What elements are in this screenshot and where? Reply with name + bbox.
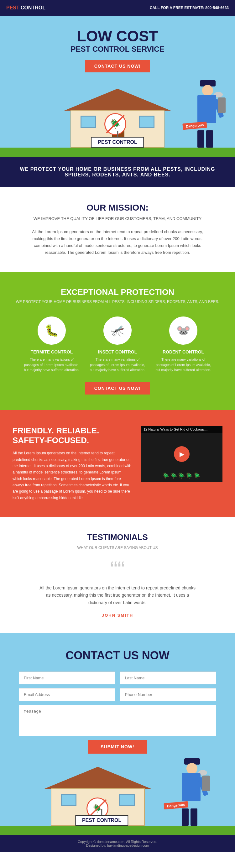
quote-mark: ““ bbox=[25, 561, 210, 578]
last-name-input[interactable] bbox=[120, 672, 216, 684]
contact-title: CONTACT US NOW bbox=[19, 649, 216, 662]
contact-grass bbox=[0, 826, 235, 835]
contact-window-left bbox=[61, 794, 77, 806]
contact-house-roof bbox=[45, 767, 151, 789]
video-play-button[interactable]: ▶ bbox=[174, 446, 189, 462]
play-icon: ▶ bbox=[180, 450, 184, 458]
hero-headline2: PEST CONTROL SERVICE bbox=[6, 45, 229, 54]
rodent-icon: 🐭 bbox=[176, 324, 190, 337]
contact-exterminator: ··· bbox=[175, 763, 207, 826]
house-window-right bbox=[139, 116, 154, 128]
insect-icon-circle: 🦟 bbox=[104, 316, 131, 345]
friendly-left: FRIENDLY. RELIABLE. SAFETY-FOCUSED. All … bbox=[12, 426, 131, 501]
house-roof bbox=[64, 89, 171, 111]
services-cta-button[interactable]: CONTACT US NOW! bbox=[85, 382, 150, 395]
contact-ext-body bbox=[182, 773, 201, 801]
dark-banner: WE PROTECT YOUR HOME OR BUSINESS FROM AL… bbox=[0, 157, 235, 187]
termite-desc: There are many variations of passages of… bbox=[24, 357, 80, 373]
contact-window-right bbox=[119, 794, 135, 806]
phone-input[interactable] bbox=[120, 688, 216, 701]
cta-label: CALL FOR A FREE ESTIMATE: bbox=[150, 6, 204, 10]
ext-leg-left bbox=[197, 130, 204, 148]
insect-title: INSECT CONTROL bbox=[89, 349, 146, 354]
contact-ext-head bbox=[186, 763, 197, 774]
logo-pest: PEST bbox=[6, 5, 20, 11]
insect-icon: 🦟 bbox=[111, 324, 125, 337]
mission-subtitle: WE IMPROVE THE QUALITY OF LIFE FOR OUR C… bbox=[25, 215, 210, 222]
insect-desc: There are many variations of passages of… bbox=[89, 357, 146, 373]
testimonial-quote: All the Lorem Ipsum generators on the In… bbox=[39, 584, 196, 607]
rodent-title: RODENT CONTROL bbox=[155, 349, 211, 354]
contact-ext-spray bbox=[202, 776, 210, 791]
contact-ext-leg1 bbox=[182, 808, 188, 826]
message-input[interactable] bbox=[19, 705, 216, 736]
contact-pest-sign: PEST CONTROL bbox=[75, 809, 128, 826]
header-phone: CALL FOR A FREE ESTIMATE: 800-548-6633 bbox=[150, 6, 229, 10]
service-rodent: 🐭 RODENT CONTROL There are many variatio… bbox=[155, 316, 211, 373]
contact-ext-leg2 bbox=[190, 808, 197, 826]
contact-sign-pole bbox=[101, 809, 102, 815]
video-thumbnail[interactable]: 12 Natural Ways to Get Rid of Cockroac..… bbox=[141, 426, 223, 482]
footer-designer: Designed by: buylandingpagedesign.com bbox=[5, 843, 230, 847]
services-section: EXCEPTIONAL PROTECTION WE PROTECT YOUR H… bbox=[0, 272, 235, 410]
banner-text: WE PROTECT YOUR HOME OR BUSINESS FROM AL… bbox=[20, 166, 215, 177]
services-title: EXCEPTIONAL PROTECTION bbox=[12, 287, 223, 297]
testimonials-title: TESTIMONIALS bbox=[25, 532, 210, 542]
termite-title: TERMITE CONTROL bbox=[24, 349, 80, 354]
phone-number: 800-548-6633 bbox=[205, 6, 229, 10]
rodent-icon-circle: 🐭 bbox=[169, 316, 197, 345]
logo-control: CONTROL bbox=[21, 5, 46, 11]
cockroach-icons: 🪲🪲🪲🪲🪲 bbox=[162, 472, 202, 479]
logo: PEST CONTROL bbox=[6, 5, 46, 11]
service-insect: 🦟 INSECT CONTROL There are many variatio… bbox=[89, 316, 146, 373]
hero-scene: 🪲 PEST CONTROL ··· Dangerous bbox=[6, 79, 229, 148]
friendly-body: All the Lorem Ipsum generators on the In… bbox=[12, 450, 131, 501]
services-grid: 🐛 TERMITE CONTROL There are many variati… bbox=[12, 316, 223, 373]
form-row-contact bbox=[19, 688, 216, 701]
bug-icon: 🪲 bbox=[110, 119, 121, 129]
contact-form: SUBMIT NOW! bbox=[19, 672, 216, 754]
mission-title: OUR MISSION: bbox=[25, 203, 210, 213]
footer-copyright: Copyright © domainname.com. All Rights R… bbox=[5, 840, 230, 843]
sign-board: PEST CONTROL bbox=[91, 137, 144, 148]
contact-spray-dots: ··· bbox=[212, 772, 218, 780]
friendly-section: FRIENDLY. RELIABLE. SAFETY-FOCUSED. All … bbox=[0, 410, 235, 517]
house-window-left bbox=[81, 116, 96, 128]
sign-pole bbox=[117, 131, 118, 137]
header: PEST CONTROL CALL FOR A FREE ESTIMATE: 8… bbox=[0, 0, 235, 16]
submit-row: SUBMIT NOW! bbox=[19, 740, 216, 754]
pest-control-sign: PEST CONTROL bbox=[91, 131, 144, 148]
first-name-input[interactable] bbox=[19, 672, 115, 684]
rodent-desc: There are many variations of passages of… bbox=[155, 357, 211, 373]
termite-icon: 🐛 bbox=[45, 324, 59, 337]
mission-section: OUR MISSION: WE IMPROVE THE QUALITY OF L… bbox=[0, 187, 235, 272]
ext-body bbox=[197, 95, 216, 123]
ext-spray bbox=[218, 97, 226, 113]
submit-button[interactable]: SUBMIT NOW! bbox=[88, 740, 147, 754]
testimonials-subtitle: WHAT OUR CLIENTS ARE SAYING ABOUT US bbox=[39, 545, 196, 551]
hero-headline1: LOW COST bbox=[6, 28, 229, 45]
ext-head bbox=[202, 85, 213, 96]
spray-particles: ··· bbox=[228, 94, 233, 101]
services-subtitle: WE PROTECT YOUR HOME OR BUSINESS FROM AL… bbox=[12, 300, 223, 304]
contact-sign-board: PEST CONTROL bbox=[75, 815, 128, 826]
grass-divider bbox=[0, 148, 235, 157]
contact-scene: 🪲 PEST CONTROL ··· Dangerous bbox=[19, 763, 216, 826]
termite-icon-circle: 🐛 bbox=[38, 316, 66, 345]
hero-section: LOW COST PEST CONTROL SERVICE CONTACT US… bbox=[0, 16, 235, 148]
testimonial-author: JOHN SMITH bbox=[25, 613, 210, 618]
friendly-title: FRIENDLY. RELIABLE. SAFETY-FOCUSED. bbox=[12, 426, 131, 445]
exterminator-figure: ··· bbox=[191, 85, 223, 148]
hero-cta-button[interactable]: CONTACT US NOW! bbox=[85, 60, 150, 72]
service-termite: 🐛 TERMITE CONTROL There are many variati… bbox=[24, 316, 80, 373]
testimonials-section: TESTIMONIALS WHAT OUR CLIENTS ARE SAYING… bbox=[0, 517, 235, 633]
form-row-name bbox=[19, 672, 216, 684]
video-title: 12 Natural Ways to Get Rid of Cockroac..… bbox=[141, 426, 223, 433]
mission-body: All the Lorem Ipsum generators on the In… bbox=[25, 228, 210, 256]
contact-section: CONTACT US NOW SUBMIT NOW! 🪲 bbox=[0, 633, 235, 826]
email-input[interactable] bbox=[19, 688, 115, 701]
footer: Copyright © domainname.com. All Rights R… bbox=[0, 835, 235, 852]
ext-leg-right bbox=[206, 130, 213, 148]
